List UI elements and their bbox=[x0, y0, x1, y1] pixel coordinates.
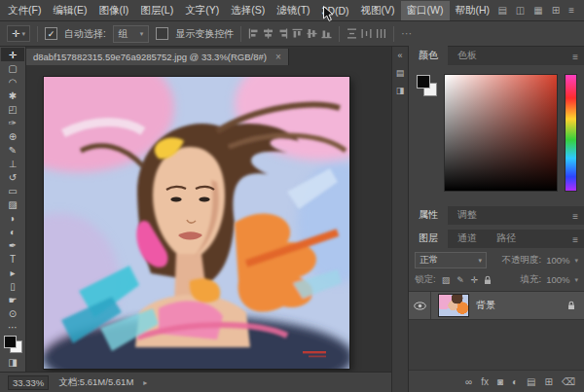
lock-position-icon[interactable]: ✛ bbox=[470, 275, 480, 285]
eraser-tool-button[interactable]: ▭ bbox=[1, 184, 24, 197]
lasso-tool-button[interactable]: ◠ bbox=[1, 75, 24, 89]
align-right-edges-icon[interactable] bbox=[277, 28, 288, 39]
color-panel-fg-bg-swatches[interactable] bbox=[416, 74, 437, 99]
blend-mode-dropdown[interactable]: 正常 ▾ bbox=[415, 252, 487, 268]
lock-all-icon[interactable] bbox=[484, 275, 492, 285]
check-icon: ✓ bbox=[48, 29, 55, 39]
panel-menu-icon[interactable]: ≡ bbox=[572, 52, 584, 65]
dodge-tool-button[interactable]: ◐ bbox=[1, 225, 24, 238]
pen-tool-button[interactable]: ✒ bbox=[1, 238, 24, 252]
new-layer-icon[interactable]: ⊞ bbox=[544, 376, 552, 387]
hand-tool-button[interactable]: ☛ bbox=[1, 293, 24, 306]
saturation-brightness-picker[interactable] bbox=[444, 74, 558, 192]
menu-item-help[interactable]: 帮助(H) bbox=[450, 1, 496, 20]
menu-item-view[interactable]: 视图(V) bbox=[355, 1, 401, 20]
status-popup-arrow-icon[interactable]: ▸ bbox=[143, 378, 147, 387]
arrange-documents-icon[interactable]: ◫ bbox=[516, 5, 525, 16]
zoom-tool-button[interactable]: ⊙ bbox=[1, 306, 24, 320]
blur-tool-button[interactable]: ◗ bbox=[1, 211, 24, 225]
rectangular-marquee-tool-button[interactable]: ▢ bbox=[1, 61, 24, 75]
layers-panel-tab-bar: 图层 通道 路径 ≡ bbox=[409, 230, 584, 248]
tab-adjustments[interactable]: 调整 bbox=[448, 205, 487, 225]
quick-selection-tool-button[interactable]: ✱ bbox=[1, 89, 24, 102]
align-bottom-edges-icon[interactable] bbox=[321, 28, 332, 39]
collapsed-panel-icon-1[interactable]: ▤ bbox=[396, 68, 405, 78]
layer-mask-icon[interactable]: ◙ bbox=[497, 376, 503, 387]
menu-item-type[interactable]: 文字(Y) bbox=[179, 1, 225, 20]
divider bbox=[37, 26, 38, 42]
panel-menu-icon[interactable]: ≡ bbox=[568, 5, 574, 16]
healing-brush-tool-button[interactable]: ⊕ bbox=[1, 129, 24, 143]
show-transform-controls-label: 显示变换控件 bbox=[175, 27, 234, 41]
quick-mask-icon[interactable]: ◨ bbox=[1, 355, 24, 369]
foreground-color-swatch[interactable] bbox=[4, 336, 17, 348]
workspace-icon[interactable]: ▤ bbox=[497, 5, 506, 16]
menu-item-window[interactable]: 窗口(W) bbox=[401, 1, 450, 20]
tab-color[interactable]: 颜色 bbox=[409, 46, 448, 65]
distribute-horizontal-icon[interactable] bbox=[361, 28, 372, 39]
distribute-vertical-icon[interactable] bbox=[347, 28, 357, 39]
close-icon[interactable]: × bbox=[275, 52, 281, 62]
adjustment-layer-icon[interactable]: ◐ bbox=[512, 376, 518, 387]
foreground-color-swatch[interactable] bbox=[417, 75, 430, 89]
move-tool-button[interactable]: ✛ bbox=[1, 48, 24, 61]
align-top-edges-icon[interactable] bbox=[292, 28, 303, 39]
auto-select-checkbox[interactable]: ✓ bbox=[45, 27, 57, 40]
menu-item-select[interactable]: 选择(S) bbox=[225, 1, 271, 20]
foreground-background-swatches[interactable] bbox=[4, 336, 22, 353]
path-selection-tool-button[interactable]: ▸ bbox=[1, 266, 24, 279]
rectangle-tool-button[interactable]: ▯ bbox=[1, 279, 24, 293]
opacity-value[interactable]: 100% bbox=[546, 255, 569, 266]
menu-item-layer[interactable]: 图层(L) bbox=[134, 1, 179, 20]
tab-channels[interactable]: 通道 bbox=[448, 229, 487, 248]
type-tool-button[interactable]: T bbox=[1, 252, 24, 266]
align-vertical-centers-icon[interactable] bbox=[307, 28, 317, 39]
tab-properties[interactable]: 属性 bbox=[409, 205, 448, 225]
expand-panels-icon[interactable]: « bbox=[397, 51, 402, 60]
fill-value[interactable]: 100% bbox=[546, 274, 569, 285]
clone-stamp-tool-button[interactable]: ⊥ bbox=[1, 157, 24, 170]
zoom-level-field[interactable]: 33.33% bbox=[8, 375, 49, 390]
panel-menu-icon[interactable]: ≡ bbox=[572, 211, 584, 225]
layer-group-icon[interactable]: ▤ bbox=[527, 376, 535, 387]
visibility-toggle[interactable] bbox=[409, 292, 431, 319]
chevron-down-icon[interactable]: ▾ bbox=[574, 276, 578, 284]
distribute-centers-icon[interactable] bbox=[376, 28, 386, 39]
extras-icon[interactable]: ⊞ bbox=[552, 5, 560, 16]
tab-paths[interactable]: 路径 bbox=[487, 229, 526, 248]
layer-effects-icon[interactable]: fx bbox=[481, 376, 489, 387]
menu-item-image[interactable]: 图像(I) bbox=[92, 1, 134, 20]
menu-item-file[interactable]: 文件(F) bbox=[2, 1, 47, 20]
auto-select-target-dropdown[interactable]: 组 ▾ bbox=[113, 25, 150, 43]
lock-pixels-icon[interactable]: ✎ bbox=[456, 275, 465, 285]
layer-row-background[interactable]: 背景 bbox=[409, 292, 584, 320]
more-options-icon[interactable]: ⋯ bbox=[401, 27, 412, 40]
document-tab[interactable]: d8abf157882315.59e76a9285752.jpg @ 33.3%… bbox=[26, 49, 289, 65]
grid-icon[interactable]: ▦ bbox=[533, 5, 542, 16]
tab-layers[interactable]: 图层 bbox=[409, 229, 448, 248]
canvas-pasteboard[interactable] bbox=[26, 65, 391, 372]
align-horizontal-centers-icon[interactable] bbox=[263, 28, 274, 39]
gradient-tool-button[interactable]: ▨ bbox=[1, 197, 24, 211]
tab-swatches[interactable]: 色板 bbox=[448, 46, 487, 65]
lock-transparency-icon[interactable]: ▨ bbox=[441, 275, 452, 285]
delete-layer-icon[interactable]: ⌫ bbox=[562, 376, 575, 387]
show-transform-controls-checkbox[interactable] bbox=[156, 27, 168, 40]
menu-item-filter[interactable]: 滤镜(T) bbox=[271, 1, 315, 20]
eyedropper-tool-icon: ✑ bbox=[9, 118, 17, 128]
tool-preset-dropdown[interactable]: ✛ ▾ bbox=[7, 25, 30, 42]
brush-tool-button[interactable]: ✎ bbox=[1, 143, 24, 157]
hue-slider[interactable] bbox=[565, 74, 577, 192]
layer-thumbnail[interactable] bbox=[438, 294, 469, 317]
canvas-image[interactable] bbox=[44, 77, 349, 369]
panel-menu-icon[interactable]: ≡ bbox=[572, 234, 584, 248]
align-left-edges-icon[interactable] bbox=[248, 28, 259, 39]
chevron-down-icon[interactable]: ▾ bbox=[574, 257, 578, 265]
menu-item-edit[interactable]: 编辑(E) bbox=[47, 1, 92, 20]
collapsed-panel-icon-2[interactable]: ◨ bbox=[396, 86, 405, 95]
history-brush-tool-button[interactable]: ↺ bbox=[1, 170, 24, 184]
crop-tool-button[interactable]: ◰ bbox=[1, 102, 24, 116]
edit-toolbar-icon[interactable]: ⋯ bbox=[1, 320, 24, 334]
link-layers-icon[interactable]: ∞ bbox=[465, 376, 472, 387]
eyedropper-tool-button[interactable]: ✑ bbox=[1, 116, 24, 129]
